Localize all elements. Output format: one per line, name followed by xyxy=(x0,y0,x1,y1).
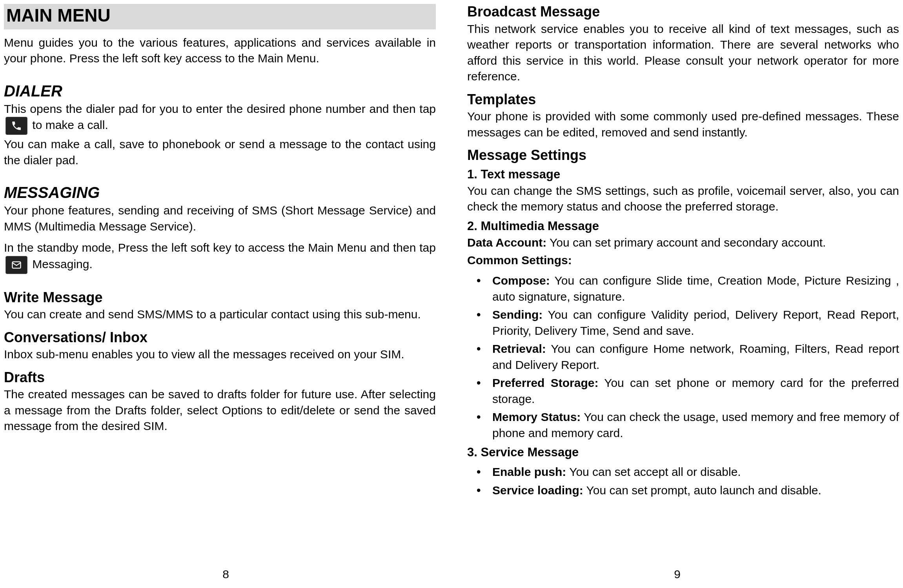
dialer-text-1a: This opens the dialer pad for you to ent… xyxy=(4,102,436,115)
list-item: Compose: You can configure Slide time, C… xyxy=(467,273,899,305)
list-item: Sending: You can configure Validity peri… xyxy=(467,307,899,339)
bullet-text: You can configure Validity period, Deliv… xyxy=(492,308,899,337)
broadcast-paragraph: This network service enables you to rece… xyxy=(467,21,899,85)
text-message-paragraph: You can change the SMS settings, such as… xyxy=(467,183,899,215)
main-menu-title: MAIN MENU xyxy=(4,4,436,29)
list-item: Retrieval: You can configure Home networ… xyxy=(467,341,899,373)
drafts-paragraph: The created messages can be saved to dra… xyxy=(4,387,436,434)
data-account-text: You can set primary account and secondar… xyxy=(546,236,826,249)
messaging-text-2b: Messaging. xyxy=(32,258,92,270)
call-icon xyxy=(5,117,27,135)
dialer-paragraph-2: You can make a call, save to phonebook o… xyxy=(4,136,436,168)
left-page: MAIN MENU Menu guides you to the various… xyxy=(0,0,452,588)
bullet-label: Retrieval: xyxy=(492,342,546,355)
data-account-line: Data Account: You can set primary accoun… xyxy=(467,235,899,251)
messaging-icon xyxy=(5,256,27,274)
bullet-label: Compose: xyxy=(492,274,550,287)
page-number-right: 9 xyxy=(452,568,903,581)
multimedia-message-heading: 2. Multimedia Message xyxy=(467,219,899,233)
bullet-label: Sending: xyxy=(492,308,543,321)
common-settings-label: Common Settings: xyxy=(467,252,899,269)
page-spread: MAIN MENU Menu guides you to the various… xyxy=(0,0,903,588)
drafts-heading: Drafts xyxy=(4,370,436,385)
templates-paragraph: Your phone is provided with some commonl… xyxy=(467,109,899,140)
dialer-paragraph-1: This opens the dialer pad for you to ent… xyxy=(4,101,436,135)
write-message-heading: Write Message xyxy=(4,290,436,305)
dialer-text-1b: to make a call. xyxy=(32,118,108,131)
write-message-paragraph: You can create and send SMS/MMS to a par… xyxy=(4,307,436,323)
list-item: Memory Status: You can check the usage, … xyxy=(467,409,899,441)
bullet-label: Preferred Storage: xyxy=(492,376,598,389)
templates-heading: Templates xyxy=(467,92,899,107)
page-number-left: 8 xyxy=(0,568,452,581)
right-page: Broadcast Message This network service e… xyxy=(452,0,903,588)
service-message-list: Enable push: You can set accept all or d… xyxy=(467,462,899,498)
bullet-text: You can set accept all or disable. xyxy=(566,465,741,478)
dialer-heading: DIALER xyxy=(4,82,436,100)
messaging-paragraph-2: In the standby mode, Press the left soft… xyxy=(4,240,436,274)
list-item: Enable push: You can set accept all or d… xyxy=(467,464,899,480)
inbox-heading: Conversations/ Inbox xyxy=(4,330,436,345)
data-account-label: Data Account: xyxy=(467,236,546,249)
list-item: Preferred Storage: You can set phone or … xyxy=(467,375,899,407)
common-settings-list: Compose: You can configure Slide time, C… xyxy=(467,270,899,441)
messaging-paragraph-1: Your phone features, sending and receivi… xyxy=(4,203,436,234)
bullet-label: Memory Status: xyxy=(492,410,581,423)
bullet-label: Service loading: xyxy=(492,484,583,497)
text-message-heading: 1. Text message xyxy=(467,167,899,181)
broadcast-heading: Broadcast Message xyxy=(467,4,899,20)
intro-paragraph: Menu guides you to the various features,… xyxy=(4,35,436,67)
service-message-heading: 3. Service Message xyxy=(467,445,899,459)
bullet-text: You can configure Home network, Roaming,… xyxy=(492,342,899,371)
list-item: Service loading: You can set prompt, aut… xyxy=(467,483,899,499)
bullet-text: You can set prompt, auto launch and disa… xyxy=(583,484,821,497)
inbox-paragraph: Inbox sub-menu enables you to view all t… xyxy=(4,347,436,363)
messaging-heading: MESSAGING xyxy=(4,184,436,201)
messaging-text-2a: In the standby mode, Press the left soft… xyxy=(4,241,436,254)
bullet-label: Enable push: xyxy=(492,465,566,478)
bullet-text: You can configure Slide time, Creation M… xyxy=(492,274,899,303)
message-settings-heading: Message Settings xyxy=(467,147,899,163)
